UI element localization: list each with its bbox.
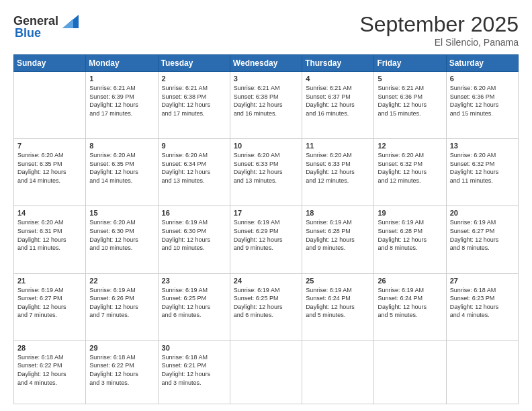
day-number: 7 — [17, 142, 82, 150]
calendar-header-row: Sunday Monday Tuesday Wednesday Thursday… — [14, 55, 519, 72]
day-info: Sunrise: 6:20 AM Sunset: 6:33 PM Dayligh… — [306, 151, 370, 185]
calendar-cell — [14, 72, 86, 139]
day-number: 2 — [162, 75, 226, 83]
day-info: Sunrise: 6:21 AM Sunset: 6:39 PM Dayligh… — [89, 84, 154, 118]
day-info: Sunrise: 6:18 AM Sunset: 6:22 PM Dayligh… — [89, 353, 154, 387]
calendar-cell: 4Sunrise: 6:21 AM Sunset: 6:37 PM Daylig… — [302, 72, 374, 139]
calendar-cell — [230, 340, 302, 404]
day-number: 19 — [378, 209, 442, 217]
calendar-cell: 26Sunrise: 6:19 AM Sunset: 6:24 PM Dayli… — [374, 273, 446, 340]
day-info: Sunrise: 6:20 AM Sunset: 6:31 PM Dayligh… — [17, 218, 82, 252]
calendar-cell: 9Sunrise: 6:20 AM Sunset: 6:34 PM Daylig… — [158, 139, 230, 206]
day-info: Sunrise: 6:20 AM Sunset: 6:34 PM Dayligh… — [162, 151, 226, 185]
day-info: Sunrise: 6:19 AM Sunset: 6:29 PM Dayligh… — [234, 218, 298, 252]
day-info: Sunrise: 6:21 AM Sunset: 6:37 PM Dayligh… — [306, 84, 370, 118]
day-info: Sunrise: 6:20 AM Sunset: 6:32 PM Dayligh… — [450, 151, 515, 185]
day-info: Sunrise: 6:19 AM Sunset: 6:26 PM Dayligh… — [89, 286, 154, 320]
day-info: Sunrise: 6:19 AM Sunset: 6:27 PM Dayligh… — [17, 286, 82, 320]
logo: General Blue — [13, 12, 79, 40]
calendar-cell: 8Sunrise: 6:20 AM Sunset: 6:35 PM Daylig… — [86, 139, 158, 206]
calendar-cell: 17Sunrise: 6:19 AM Sunset: 6:29 PM Dayli… — [230, 206, 302, 273]
day-number: 28 — [17, 344, 82, 352]
month-title: September 2025 — [359, 12, 519, 37]
calendar-cell — [374, 340, 446, 404]
day-number: 24 — [234, 277, 298, 285]
day-number: 1 — [89, 75, 154, 83]
day-number: 3 — [234, 75, 298, 83]
calendar-cell: 15Sunrise: 6:20 AM Sunset: 6:30 PM Dayli… — [86, 206, 158, 273]
calendar-cell: 20Sunrise: 6:19 AM Sunset: 6:27 PM Dayli… — [446, 206, 518, 273]
day-info: Sunrise: 6:20 AM Sunset: 6:35 PM Dayligh… — [89, 151, 154, 185]
day-info: Sunrise: 6:19 AM Sunset: 6:28 PM Dayligh… — [306, 218, 370, 252]
day-number: 15 — [89, 209, 154, 217]
calendar-cell: 29Sunrise: 6:18 AM Sunset: 6:22 PM Dayli… — [86, 340, 158, 404]
calendar-cell: 7Sunrise: 6:20 AM Sunset: 6:35 PM Daylig… — [14, 139, 86, 206]
day-number: 11 — [306, 142, 370, 150]
day-number: 29 — [89, 344, 154, 352]
day-info: Sunrise: 6:19 AM Sunset: 6:24 PM Dayligh… — [306, 286, 370, 320]
day-number: 5 — [378, 75, 442, 83]
day-info: Sunrise: 6:20 AM Sunset: 6:32 PM Dayligh… — [378, 151, 442, 185]
calendar-cell: 18Sunrise: 6:19 AM Sunset: 6:28 PM Dayli… — [302, 206, 374, 273]
day-number: 10 — [234, 142, 298, 150]
calendar-cell: 28Sunrise: 6:18 AM Sunset: 6:22 PM Dayli… — [14, 340, 86, 404]
day-number: 12 — [378, 142, 442, 150]
calendar-cell: 11Sunrise: 6:20 AM Sunset: 6:33 PM Dayli… — [302, 139, 374, 206]
calendar-cell: 30Sunrise: 6:18 AM Sunset: 6:21 PM Dayli… — [158, 340, 230, 404]
page: General Blue September 2025 El Silencio,… — [0, 0, 532, 411]
svg-marker-1 — [62, 19, 73, 28]
day-number: 17 — [234, 209, 298, 217]
calendar-cell: 2Sunrise: 6:21 AM Sunset: 6:38 PM Daylig… — [158, 72, 230, 139]
day-number: 4 — [306, 75, 370, 83]
calendar-cell: 6Sunrise: 6:20 AM Sunset: 6:36 PM Daylig… — [446, 72, 518, 139]
day-info: Sunrise: 6:18 AM Sunset: 6:23 PM Dayligh… — [450, 286, 515, 320]
calendar-cell — [446, 340, 518, 404]
day-number: 6 — [450, 75, 515, 83]
day-info: Sunrise: 6:20 AM Sunset: 6:35 PM Dayligh… — [17, 151, 82, 185]
calendar-cell: 22Sunrise: 6:19 AM Sunset: 6:26 PM Dayli… — [86, 273, 158, 340]
day-info: Sunrise: 6:20 AM Sunset: 6:33 PM Dayligh… — [234, 151, 298, 185]
day-info: Sunrise: 6:19 AM Sunset: 6:24 PM Dayligh… — [378, 286, 442, 320]
day-number: 25 — [306, 277, 370, 285]
calendar-cell: 1Sunrise: 6:21 AM Sunset: 6:39 PM Daylig… — [86, 72, 158, 139]
calendar-cell: 12Sunrise: 6:20 AM Sunset: 6:32 PM Dayli… — [374, 139, 446, 206]
day-number: 16 — [162, 209, 226, 217]
day-info: Sunrise: 6:18 AM Sunset: 6:22 PM Dayligh… — [17, 353, 82, 387]
calendar-cell: 21Sunrise: 6:19 AM Sunset: 6:27 PM Dayli… — [14, 273, 86, 340]
day-info: Sunrise: 6:19 AM Sunset: 6:27 PM Dayligh… — [450, 218, 515, 252]
day-info: Sunrise: 6:18 AM Sunset: 6:21 PM Dayligh… — [162, 353, 226, 387]
header: General Blue September 2025 El Silencio,… — [13, 12, 519, 48]
calendar-cell: 14Sunrise: 6:20 AM Sunset: 6:31 PM Dayli… — [14, 206, 86, 273]
day-info: Sunrise: 6:21 AM Sunset: 6:36 PM Dayligh… — [378, 84, 442, 118]
day-number: 9 — [162, 142, 226, 150]
calendar-cell: 16Sunrise: 6:19 AM Sunset: 6:30 PM Dayli… — [158, 206, 230, 273]
col-tuesday: Tuesday — [158, 55, 230, 72]
col-thursday: Thursday — [302, 55, 374, 72]
day-number: 27 — [450, 277, 515, 285]
col-saturday: Saturday — [446, 55, 518, 72]
day-number: 30 — [162, 344, 226, 352]
day-number: 8 — [89, 142, 154, 150]
calendar-cell: 23Sunrise: 6:19 AM Sunset: 6:25 PM Dayli… — [158, 273, 230, 340]
calendar-cell: 19Sunrise: 6:19 AM Sunset: 6:28 PM Dayli… — [374, 206, 446, 273]
col-monday: Monday — [86, 55, 158, 72]
calendar-cell: 5Sunrise: 6:21 AM Sunset: 6:36 PM Daylig… — [374, 72, 446, 139]
col-sunday: Sunday — [14, 55, 86, 72]
day-info: Sunrise: 6:19 AM Sunset: 6:30 PM Dayligh… — [162, 218, 226, 252]
calendar-cell: 25Sunrise: 6:19 AM Sunset: 6:24 PM Dayli… — [302, 273, 374, 340]
day-number: 21 — [17, 277, 82, 285]
day-number: 14 — [17, 209, 82, 217]
logo-blue-text: Blue — [15, 27, 41, 40]
day-info: Sunrise: 6:20 AM Sunset: 6:36 PM Dayligh… — [450, 84, 515, 118]
col-friday: Friday — [374, 55, 446, 72]
day-info: Sunrise: 6:19 AM Sunset: 6:25 PM Dayligh… — [162, 286, 226, 320]
day-number: 20 — [450, 209, 515, 217]
logo-icon — [60, 12, 79, 31]
calendar-cell: 3Sunrise: 6:21 AM Sunset: 6:38 PM Daylig… — [230, 72, 302, 139]
calendar-cell — [302, 340, 374, 404]
col-wednesday: Wednesday — [230, 55, 302, 72]
title-block: September 2025 El Silencio, Panama — [359, 12, 519, 48]
calendar-cell: 27Sunrise: 6:18 AM Sunset: 6:23 PM Dayli… — [446, 273, 518, 340]
day-number: 13 — [450, 142, 515, 150]
day-number: 23 — [162, 277, 226, 285]
